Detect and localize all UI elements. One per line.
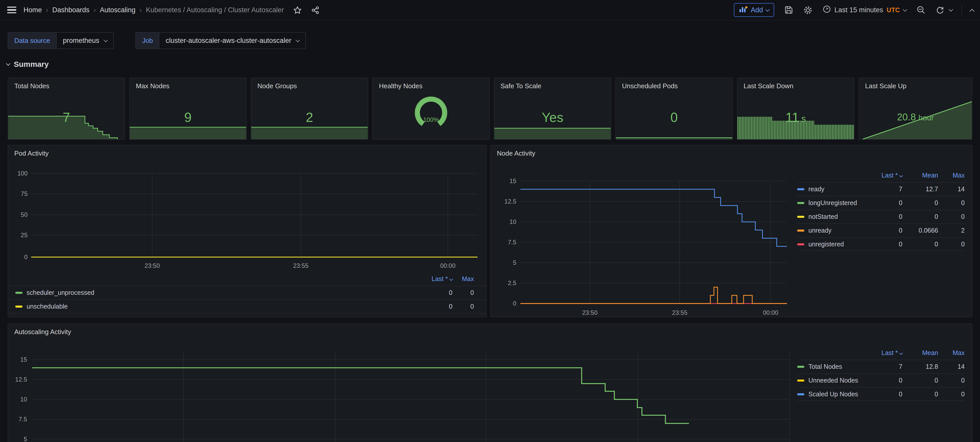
panel-title[interactable]: Unscheduled Pods <box>622 82 678 90</box>
panel-title[interactable]: Max Nodes <box>136 82 170 90</box>
y-tick: 0 <box>513 300 516 307</box>
stat-panel-last-scale-up: Last Scale Up 20.8hour <box>859 78 972 140</box>
y-tick: 50 <box>21 211 27 218</box>
panel-title[interactable]: Node Activity <box>497 149 535 157</box>
stat-value: 9 <box>130 108 246 127</box>
y-tick: 75 <box>21 190 27 197</box>
add-button-label: Add <box>751 6 763 14</box>
series-name: unschedulable <box>27 303 68 310</box>
stat-value: Yes <box>494 108 611 127</box>
stat-value: 11s <box>737 108 854 127</box>
collapse-navbar-icon[interactable] <box>970 8 974 12</box>
legend-sort-max[interactable]: Max <box>938 172 965 179</box>
chevron-down-icon <box>903 7 907 11</box>
series-name: unregistered <box>808 241 844 248</box>
breadcrumb-dashboards[interactable]: Dashboards <box>52 6 90 14</box>
legend-sort-last[interactable]: Last * <box>867 349 902 356</box>
add-panel-button[interactable]: Add <box>734 3 774 17</box>
legend-series-toggle[interactable]: Scaled Up Nodes <box>797 390 867 398</box>
legend-series-toggle[interactable]: unready <box>797 227 867 234</box>
panel-title[interactable]: Total Nodes <box>14 82 49 90</box>
y-tick: 100 <box>18 170 27 177</box>
series-color-swatch <box>797 216 804 218</box>
share-icon[interactable] <box>311 6 320 14</box>
panel-title[interactable]: Last Scale Down <box>743 82 793 90</box>
y-tick: 15 <box>20 356 27 363</box>
breadcrumb-separator <box>140 6 142 14</box>
series-name: notStarted <box>808 213 838 220</box>
star-icon[interactable] <box>293 6 302 14</box>
legend-row: Scaled Up Nodes 000 <box>797 387 965 401</box>
stat-panel-max-nodes: Max Nodes 9 <box>129 78 247 140</box>
legend-series-toggle[interactable]: Total Nodes <box>797 363 867 370</box>
panel-title[interactable]: Autoscaling Activity <box>14 328 71 336</box>
job-variable-select[interactable]: cluster-autoscaler-aws-cluster-autoscale… <box>159 32 306 49</box>
chevron-down-icon <box>6 61 11 65</box>
series-color-swatch <box>797 366 804 368</box>
breadcrumb-separator <box>94 6 96 14</box>
stat-value: 2 <box>251 108 368 127</box>
navbar-actions: Add Last 15 minutes UTC <box>734 3 980 17</box>
legend-sort-max[interactable]: Max <box>938 349 965 356</box>
legend-row: unready 00.06662 <box>797 223 965 237</box>
legend-row: notStarted 000 <box>797 210 965 223</box>
y-tick: 5 <box>24 436 27 442</box>
legend-row: ready 712.714 <box>797 182 965 196</box>
legend-series-toggle[interactable]: scheduler_unprocessed <box>15 289 417 296</box>
panel-title[interactable]: Safe To Scale <box>501 82 541 90</box>
y-tick: 7.5 <box>19 416 27 423</box>
legend-series-toggle[interactable]: unschedulable <box>15 303 417 310</box>
legend-sort-last[interactable]: Last * <box>417 276 452 283</box>
stat-panel-last-scale-down: Last Scale Down 11s <box>737 78 854 140</box>
time-range-picker[interactable]: Last 15 minutes UTC <box>823 5 907 15</box>
legend-row: Unneeded Nodes 000 <box>797 373 965 387</box>
series-total-nodes <box>32 368 689 423</box>
menu-icon[interactable] <box>7 6 16 13</box>
panel-title[interactable]: Node Groups <box>258 82 297 90</box>
legend-row: scheduler_unprocessed 0 0 <box>8 286 486 299</box>
chevron-down-icon <box>104 38 108 42</box>
panel-title[interactable]: Last Scale Up <box>865 82 907 90</box>
panel-title[interactable]: Pod Activity <box>14 149 49 157</box>
legend-series-toggle[interactable]: unregistered <box>797 241 867 248</box>
dashboard-settings-icon[interactable] <box>803 5 813 14</box>
series-last-value: 0 <box>417 289 452 296</box>
pod-activity-panel: Pod Activity 100 75 50 25 0 23:50 23:55 … <box>8 145 487 317</box>
stat-panel-node-groups: Node Groups 2 <box>251 78 368 140</box>
clock-icon <box>823 5 831 15</box>
stat-panel-safe-to-scale: Safe To Scale Yes <box>494 78 611 140</box>
legend-series-toggle[interactable]: ready <box>797 186 867 193</box>
pod-legend: Last * Max scheduler_unprocessed 0 0 uns… <box>8 272 486 314</box>
gauge: 100% <box>413 95 449 128</box>
time-range-label: Last 15 minutes <box>834 6 883 14</box>
job-variable-label: Job <box>135 32 159 49</box>
legend-sort-max[interactable]: Max <box>452 276 474 283</box>
series-name: longUnregistered <box>808 200 857 207</box>
legend-series-toggle[interactable]: Unneeded Nodes <box>797 377 867 384</box>
datasource-variable-select[interactable]: prometheus <box>56 32 114 49</box>
stat-value: 0 <box>616 108 732 127</box>
series-color-swatch <box>15 306 22 307</box>
refresh-icon[interactable] <box>935 6 944 14</box>
legend-sort-last[interactable]: Last * <box>867 172 902 179</box>
y-tick: 25 <box>21 231 27 238</box>
series-color-swatch <box>797 188 804 190</box>
breadcrumb-autoscaling[interactable]: Autoscaling <box>100 6 135 14</box>
refresh-interval-dropdown-icon[interactable] <box>949 8 953 11</box>
autoscaling-activity-panel: Autoscaling Activity 15 12.5 10 7.5 5 La… <box>8 323 972 442</box>
legend-series-toggle[interactable]: longUnregistered <box>797 200 867 207</box>
summary-row-toggle[interactable]: Summary <box>6 60 49 68</box>
legend-row: unregistered 000 <box>797 237 965 251</box>
legend-sort-mean[interactable]: Mean <box>902 172 938 179</box>
breadcrumb-home[interactable]: Home <box>24 6 42 14</box>
legend-series-toggle[interactable]: notStarted <box>797 213 867 220</box>
legend-sort-mean[interactable]: Mean <box>902 349 938 356</box>
series-color-swatch <box>797 393 804 395</box>
zoom-out-icon[interactable] <box>917 6 925 14</box>
top-navbar: Home Dashboards Autoscaling Kubernetes /… <box>0 0 980 21</box>
y-tick: 10 <box>509 218 516 225</box>
series-name: Unneeded Nodes <box>808 377 858 384</box>
save-dashboard-icon[interactable] <box>784 6 793 14</box>
panel-title[interactable]: Healthy Nodes <box>379 82 423 90</box>
timezone-label: UTC <box>887 6 900 14</box>
